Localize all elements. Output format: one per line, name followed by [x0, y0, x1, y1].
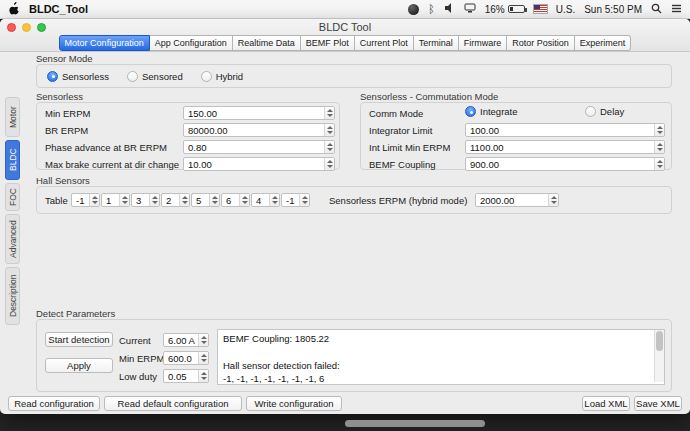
spinner-arrows[interactable] — [548, 194, 558, 206]
int-limit-min-erpm-spinbox[interactable]: 1100.00 — [465, 140, 665, 154]
commutation-group: Comm Mode Integrate Delay Integrator Lim… — [360, 102, 672, 170]
spinner-arrows[interactable] — [654, 158, 664, 170]
spinner-arrows[interactable] — [209, 194, 219, 206]
read-configuration-button[interactable]: Read configuration — [8, 396, 100, 411]
save-xml-button[interactable]: Save XML — [634, 396, 682, 411]
detect-current-spinbox[interactable]: 6.00 A — [163, 333, 209, 347]
sensorless-title: Sensorless — [36, 91, 83, 102]
spinner-arrows[interactable] — [149, 194, 159, 206]
bemf-coupling-spinbox[interactable]: 900.00 — [465, 157, 665, 171]
spinner-arrows[interactable] — [324, 141, 334, 153]
detect-low-duty-label: Low duty — [119, 371, 157, 382]
hall-table-spinbox-6[interactable]: 4 — [251, 193, 280, 207]
spinner-arrows[interactable] — [324, 124, 334, 136]
bluetooth-icon[interactable]: ᛒ — [428, 3, 435, 15]
bemf-coupling-label: BEMF Coupling — [369, 159, 436, 170]
write-configuration-button[interactable]: Write configuration — [246, 396, 342, 411]
tab-experiment[interactable]: Experiment — [575, 35, 632, 51]
commutation-title: Sensorless - Commutation Mode — [360, 91, 498, 102]
volume-icon[interactable] — [444, 3, 455, 15]
side-tab-motor[interactable]: Motor — [5, 97, 20, 137]
side-tab-bar: Motor BLDC FOC Advanced Description — [5, 97, 20, 325]
side-tab-foc[interactable]: FOC — [5, 183, 20, 211]
side-tab-description[interactable]: Description — [5, 267, 20, 325]
hall-table-spinbox-3[interactable]: 2 — [161, 193, 190, 207]
hall-table-spinbox-4[interactable]: 5 — [191, 193, 220, 207]
hall-table-label: Table — [45, 195, 68, 206]
tab-realtime-data[interactable]: Realtime Data — [233, 35, 301, 51]
load-xml-button[interactable]: Load XML — [582, 396, 630, 411]
hall-table-spinbox-1[interactable]: 1 — [101, 193, 130, 207]
min-erpm-spinbox[interactable]: 150.00 — [183, 106, 335, 120]
tab-bemf-plot[interactable]: BEMF Plot — [301, 35, 355, 51]
hall-table-spinbox-7[interactable]: -1 — [281, 193, 310, 207]
radio-hybrid[interactable]: Hybrid — [201, 71, 243, 82]
spinner-arrows[interactable] — [198, 352, 208, 364]
spinner-arrows[interactable] — [179, 194, 189, 206]
sensor-mode-group: Sensorless Sensored Hybrid — [36, 64, 672, 88]
tab-motor-configuration[interactable]: Motor Configuration — [59, 35, 150, 51]
max-brake-current-spinbox[interactable]: 10.00 — [183, 157, 335, 171]
siri-icon[interactable] — [408, 4, 419, 15]
spinner-arrows[interactable] — [299, 194, 309, 206]
battery-percent-label: 16% — [485, 4, 505, 15]
apply-button[interactable]: Apply — [45, 358, 113, 373]
detect-min-erpm-spinbox[interactable]: 600.0 — [163, 351, 209, 365]
spotlight-icon[interactable] — [651, 3, 662, 16]
integrator-limit-spinbox[interactable]: 100.00 — [465, 123, 665, 137]
radio-sensorless[interactable]: Sensorless — [47, 71, 109, 82]
battery-icon — [508, 5, 525, 13]
detect-current-label: Current — [119, 335, 151, 346]
hall-table-spinbox-5[interactable]: 6 — [221, 193, 250, 207]
read-default-configuration-button[interactable]: Read default configuration — [104, 396, 242, 411]
radio-integrate[interactable]: Integrate — [465, 106, 518, 117]
spinner-arrows[interactable] — [269, 194, 279, 206]
spinner-arrows[interactable] — [324, 107, 334, 119]
hall-table-spinbox-0[interactable]: -1 — [71, 193, 100, 207]
max-brake-current-label: Max brake current at dir change — [45, 159, 179, 170]
app-menu-bldc-tool[interactable]: BLDC_Tool — [29, 3, 88, 15]
spinner-arrows[interactable] — [654, 124, 664, 136]
tab-current-plot[interactable]: Current Plot — [355, 35, 414, 51]
sensor-mode-title: Sensor Mode — [36, 53, 93, 64]
spinner-arrows[interactable] — [239, 194, 249, 206]
detect-low-duty-spinbox[interactable]: 0.05 — [163, 369, 209, 383]
radio-delay[interactable]: Delay — [585, 106, 624, 117]
tab-app-configuration[interactable]: App Configuration — [150, 35, 233, 51]
desktop-scrollbar[interactable] — [345, 420, 485, 427]
side-tab-advanced[interactable]: Advanced — [5, 214, 20, 264]
spinner-arrows[interactable] — [89, 194, 99, 206]
menubar: BLDC_Tool ᛒ 16% U.S. Sun 5:50 PM — [0, 0, 690, 19]
spinner-arrows[interactable] — [198, 334, 208, 346]
window-title: BLDC Tool — [0, 21, 690, 33]
detect-parameters-title: Detect Parameters — [36, 308, 115, 319]
spinner-arrows[interactable] — [198, 370, 208, 382]
detect-output-scrollbar[interactable] — [654, 330, 664, 382]
tab-rotor-position[interactable]: Rotor Position — [507, 35, 575, 51]
start-detection-button[interactable]: Start detection — [45, 332, 113, 347]
spinner-arrows[interactable] — [324, 158, 334, 170]
menubar-clock[interactable]: Sun 5:50 PM — [584, 4, 642, 15]
tab-terminal[interactable]: Terminal — [414, 35, 459, 51]
radio-sensored[interactable]: Sensored — [127, 71, 183, 82]
input-source-label[interactable]: U.S. — [556, 4, 575, 15]
hall-table-spinbox-2[interactable]: 3 — [131, 193, 160, 207]
battery-indicator[interactable]: 16% — [485, 4, 525, 15]
int-limit-min-erpm-label: Int Limit Min ERPM — [369, 142, 450, 153]
hybrid-erpm-spinbox[interactable]: 2000.00 — [475, 193, 559, 207]
br-erpm-spinbox[interactable]: 80000.00 — [183, 123, 335, 137]
notification-center-icon[interactable] — [671, 4, 682, 15]
br-erpm-label: BR ERPM — [45, 125, 88, 136]
phase-advance-spinbox[interactable]: 0.80 — [183, 140, 335, 154]
side-tab-bldc[interactable]: BLDC — [5, 140, 20, 180]
integrator-limit-label: Integrator Limit — [369, 125, 432, 136]
tab-firmware[interactable]: Firmware — [459, 35, 508, 51]
spinner-arrows[interactable] — [119, 194, 129, 206]
detect-output: BEMF Coupling: 1805.22 Hall sensor detec… — [217, 329, 665, 385]
us-flag-icon[interactable] — [534, 5, 547, 13]
apple-menu-icon[interactable] — [8, 2, 19, 17]
display-icon[interactable] — [464, 3, 476, 15]
spinner-arrows[interactable] — [654, 141, 664, 153]
titlebar[interactable]: BLDC Tool Motor Configuration App Config… — [0, 19, 690, 52]
hybrid-erpm-label: Sensorless ERPM (hybrid mode) — [329, 195, 467, 206]
